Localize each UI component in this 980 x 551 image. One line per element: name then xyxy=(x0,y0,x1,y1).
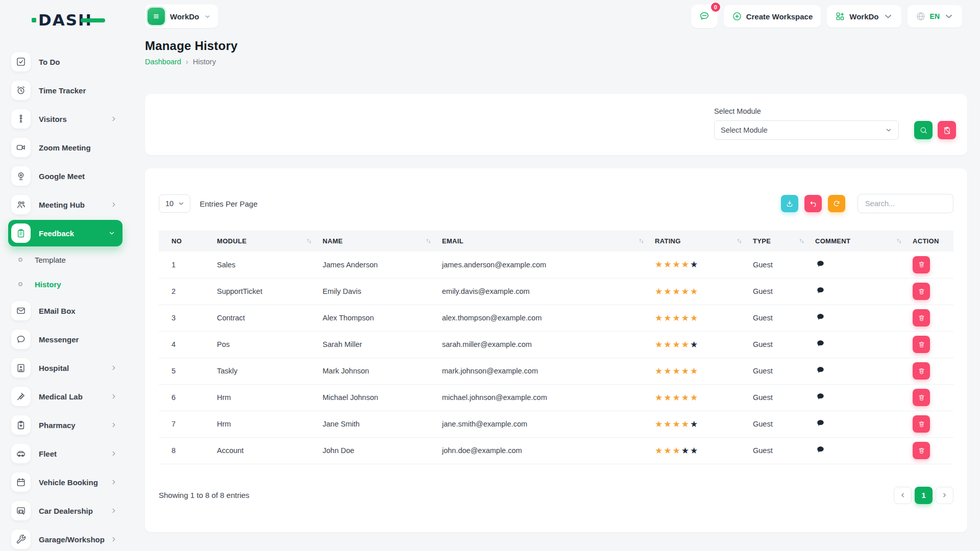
column-header-type[interactable]: TYPE xyxy=(753,231,815,252)
sort-icon[interactable] xyxy=(638,238,645,244)
star-icon: ★ xyxy=(681,287,690,296)
delete-button[interactable] xyxy=(913,336,930,353)
sidebar-item-feedback[interactable]: Feedback xyxy=(8,220,122,246)
delete-button[interactable] xyxy=(913,415,930,433)
delete-button[interactable] xyxy=(913,309,930,327)
message-bubble-icon xyxy=(16,334,26,344)
star-icon: ★ xyxy=(690,419,699,429)
cell-no: 1 xyxy=(159,252,217,278)
star-icon: ★ xyxy=(664,419,672,429)
table-header-row: NO MODULE NAME EMAIL RATING TYPE COMMENT… xyxy=(159,231,953,252)
star-icon: ★ xyxy=(673,287,681,296)
globe-icon xyxy=(916,11,926,21)
logo-dot xyxy=(32,18,36,22)
comment-button[interactable] xyxy=(815,445,825,455)
filter-reset-button[interactable] xyxy=(938,121,956,139)
sidebar-item-medical-lab[interactable]: Medical Lab xyxy=(0,382,132,411)
comment-button[interactable] xyxy=(815,259,825,269)
refresh-icon xyxy=(832,199,841,208)
sidebar-item-to-do[interactable]: To Do xyxy=(0,47,132,76)
delete-button[interactable] xyxy=(913,283,930,300)
star-icon: ★ xyxy=(673,419,681,429)
cell-name: Jane Smith xyxy=(323,411,442,437)
page-header: Manage History Dashboard History xyxy=(145,39,238,66)
delete-button[interactable] xyxy=(913,442,930,459)
column-header-module[interactable]: MODULE xyxy=(217,231,323,252)
undo-button[interactable] xyxy=(804,195,822,212)
app-logo[interactable]: DASH xyxy=(32,11,92,29)
car-window-icon xyxy=(16,506,26,516)
cell-email: john.doe@example.com xyxy=(442,437,655,464)
sort-icon[interactable] xyxy=(425,238,432,244)
sort-icon[interactable] xyxy=(736,238,743,244)
star-icon: ★ xyxy=(664,366,672,376)
sort-icon[interactable] xyxy=(306,238,312,244)
sidebar-item-google-meet[interactable]: Google Meet xyxy=(0,162,132,190)
cell-type: Guest xyxy=(753,358,815,384)
messages-button[interactable]: 0 xyxy=(691,5,718,28)
sidebar-subitem-template[interactable]: Template xyxy=(0,247,132,272)
sort-icon[interactable] xyxy=(798,238,805,244)
column-header-rating[interactable]: RATING xyxy=(655,231,753,252)
sidebar-item-email-box[interactable]: EMail Box xyxy=(0,296,132,325)
filter-search-button[interactable] xyxy=(914,121,933,139)
export-button[interactable] xyxy=(781,195,798,212)
comment-icon xyxy=(816,392,825,402)
table-search-input[interactable] xyxy=(857,194,953,213)
workspace-switcher[interactable]: WorkDo xyxy=(145,5,218,28)
delete-button[interactable] xyxy=(913,389,930,406)
sidebar-item-fleet[interactable]: Fleet xyxy=(0,439,132,468)
comment-button[interactable] xyxy=(815,339,825,349)
module-select[interactable]: Select Module xyxy=(714,120,899,140)
sidebar-item-vehicle-booking[interactable]: Vehicle Booking xyxy=(0,468,132,496)
star-icon: ★ xyxy=(673,393,681,403)
cell-rating: ★★★★★ xyxy=(655,331,753,358)
column-header-no[interactable]: NO xyxy=(159,231,217,252)
star-icon: ★ xyxy=(673,366,681,376)
pagination-page-1[interactable]: 1 xyxy=(915,487,933,504)
breadcrumb-separator xyxy=(186,58,188,66)
create-workspace-button[interactable]: Create Workspace xyxy=(724,5,821,28)
breadcrumb-link-dashboard[interactable]: Dashboard xyxy=(145,58,181,66)
cell-name: Michael Johnson xyxy=(323,384,442,411)
download-icon xyxy=(786,199,794,208)
comment-button[interactable] xyxy=(815,286,825,296)
sidebar-item-hospital[interactable]: Hospital xyxy=(0,354,132,382)
workspace-menu-button[interactable]: WorkDo xyxy=(827,5,901,28)
column-header-comment[interactable]: COMMENT xyxy=(815,231,913,252)
entries-per-page-select[interactable]: 10 xyxy=(159,194,190,213)
pagination-prev-button[interactable] xyxy=(894,487,912,504)
sidebar-item-pharmacy[interactable]: Pharmacy xyxy=(0,411,132,439)
sidebar-item-garage-workshop[interactable]: Garage/Workshop xyxy=(0,525,132,551)
sidebar-item-time-tracker[interactable]: Time Tracker xyxy=(0,76,132,105)
comment-button[interactable] xyxy=(815,365,825,375)
chat-icon xyxy=(699,11,710,22)
sort-icon[interactable] xyxy=(896,238,902,244)
delete-button[interactable] xyxy=(913,256,930,273)
undo-icon xyxy=(809,199,817,208)
column-header-email[interactable]: EMAIL xyxy=(442,231,655,252)
pagination-next-button[interactable] xyxy=(936,487,953,504)
comment-icon xyxy=(816,312,825,322)
sidebar-icon-tile xyxy=(11,166,31,186)
sidebar-subitem-history[interactable]: History xyxy=(0,272,132,296)
comment-icon xyxy=(816,445,825,455)
table-row: 8 Account John Doe john.doe@example.com … xyxy=(159,437,953,464)
delete-button[interactable] xyxy=(913,362,930,380)
trash-icon xyxy=(918,288,925,295)
star-icon: ★ xyxy=(655,446,664,456)
comment-button[interactable] xyxy=(815,418,825,429)
column-header-name[interactable]: NAME xyxy=(323,231,442,252)
sidebar-item-visitors[interactable]: Visitors xyxy=(0,105,132,133)
comment-button[interactable] xyxy=(815,312,825,322)
cell-type: Guest xyxy=(753,384,815,411)
layers-icon xyxy=(152,12,161,21)
sidebar-item-car-dealership[interactable]: Car Dealership xyxy=(0,496,132,525)
sidebar-item-meeting-hub[interactable]: Meeting Hub xyxy=(0,190,132,219)
sidebar-item-zoom-meeting[interactable]: Zoom Meeting xyxy=(0,133,132,162)
sidebar-item-messenger[interactable]: Messenger xyxy=(0,325,132,354)
refresh-button[interactable] xyxy=(828,195,845,212)
column-header-action[interactable]: ACTION xyxy=(913,231,953,252)
language-selector[interactable]: EN xyxy=(908,5,962,28)
comment-button[interactable] xyxy=(815,392,825,402)
